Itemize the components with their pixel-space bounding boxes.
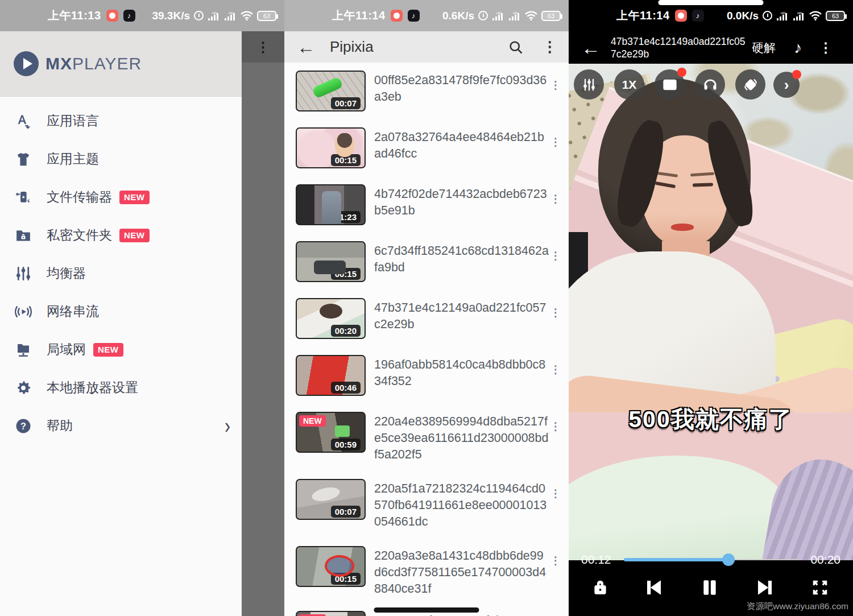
file-browser-screen: 上午11:14 ♪ 0.6K/s HD HD 63 ← Pipixia ⋮ [284, 0, 569, 616]
video-filename: 4b742f02de714432acbdeb6723b5e91b [374, 186, 549, 219]
status-bar: 上午11:14 ♪ 0.6K/s HD HD 63 [284, 0, 569, 31]
row-overflow-icon[interactable]: ⋮ [549, 424, 562, 428]
mx-player-drawer-screen: 上午11:13 ♪ 39.3K/s HD HD 63 MXPLAYER [0, 0, 284, 616]
menu-label: 网络串流 [47, 303, 99, 320]
status-left: 上午11:14 ♪ [616, 8, 704, 23]
video-row[interactable]: 01:23 4b742f02de714432acbdeb6723b5e91b ⋮ [284, 176, 569, 233]
network-speed: 39.3K/s [152, 10, 190, 22]
seek-thumb[interactable] [722, 553, 735, 566]
svg-text:HD: HD [496, 11, 502, 15]
menu-item-lan[interactable]: 局域网 NEW [0, 330, 242, 369]
menu-item-network-stream[interactable]: 网络串流 [0, 292, 242, 330]
screen-record-icon [391, 10, 403, 22]
signal-icon: HD [776, 11, 789, 21]
menu-label: 本地播放器设置 [47, 379, 138, 396]
video-row[interactable]: 00:46 196af0abb5814c0ca4b8dbb0c834f352 ⋮ [284, 347, 569, 404]
video-row[interactable]: 00:07 220a5f1a72182324c119464cd0570fb641… [284, 471, 569, 538]
video-row[interactable]: 00:15 2a078a32764a4ee48464eb21bad46fcc ⋮ [284, 119, 569, 176]
row-overflow-icon[interactable]: ⋮ [549, 83, 562, 87]
face-detail [693, 183, 713, 187]
row-overflow-icon[interactable]: ⋮ [549, 367, 562, 371]
previous-button[interactable] [644, 578, 664, 597]
gesture-bar[interactable] [374, 607, 479, 613]
svg-text:HD: HD [781, 11, 786, 15]
grid-view-icon[interactable] [473, 39, 490, 56]
video-title: 47b371e4c12149a0ad221fc057c2e29b [611, 35, 746, 60]
row-overflow-icon[interactable]: ⋮ [549, 197, 562, 201]
total-time: 00:20 [810, 553, 840, 567]
video-filename: 220a5f1a72182324c119464cd0570fb641911661… [374, 481, 549, 530]
row-overflow-icon[interactable]: ⋮ [549, 311, 562, 315]
row-overflow-icon[interactable]: ⋮ [549, 254, 562, 258]
row-overflow-icon[interactable]: ⋮ [549, 491, 562, 495]
current-time: 00:12 [581, 553, 611, 567]
svg-text:?: ? [20, 421, 26, 431]
wifi-icon [241, 11, 253, 20]
video-filename: 2a078a32764a4ee48464eb21bad46fcc [374, 129, 549, 162]
search-icon[interactable] [507, 39, 524, 56]
face-detail [655, 181, 676, 188]
translate-icon [14, 111, 33, 131]
equalizer-icon [14, 264, 33, 283]
video-row[interactable]: 00:20 47b371e4c12149a0ad221fc057c2e29b ⋮ [284, 290, 569, 347]
notification-dot [677, 68, 686, 77]
pip-button[interactable] [655, 69, 685, 100]
alarm-icon [194, 11, 204, 20]
video-thumbnail: 00:15 [296, 546, 366, 587]
lock-button[interactable] [593, 579, 608, 596]
video-row[interactable]: 00:15 6c7d34ff185241c68cd1318462afa9bd ⋮ [284, 233, 569, 290]
row-overflow-icon[interactable]: ⋮ [549, 140, 562, 144]
row-overflow-icon[interactable]: ⋮ [549, 559, 562, 563]
video-filename: 196af0abb5814c0ca4b8dbb0c834f352 [374, 357, 549, 390]
pause-button[interactable] [701, 578, 719, 597]
face-detail [690, 172, 714, 177]
back-button[interactable]: ← [297, 38, 320, 56]
status-bar: 上午11:13 ♪ 39.3K/s HD HD 63 [0, 0, 284, 31]
alarm-icon [763, 11, 772, 20]
status-right: 0.0K/s HD HD 63 [727, 10, 845, 22]
menu-item-equalizer[interactable]: 均衡器 [0, 254, 242, 292]
playback-speed-button[interactable]: 1X [614, 69, 644, 100]
network-speed: 0.6K/s [442, 10, 474, 22]
video-file-list: 00:07 00ff85e2a831478f9fe7fc093d36a3eb ⋮… [284, 63, 569, 616]
menu-label: 文件传输器 [47, 188, 112, 206]
duration-badge: 00:46 [331, 382, 361, 394]
hw-decode-button[interactable]: 硬解 [752, 40, 776, 56]
overflow-menu-icon[interactable]: ⋮ [541, 39, 558, 56]
more-controls-button[interactable]: › [773, 72, 800, 98]
player-header: ← 47b371e4c12149a0ad221fc057c2e29b 硬解 ♪ … [569, 31, 853, 64]
video-row[interactable]: 00:15 220a9a3e8a1431c48dbb6de99d6cd3f775… [284, 538, 569, 605]
menu-item-private-folder[interactable]: 私密文件夹 NEW [0, 216, 242, 254]
menu-item-local-player-settings[interactable]: 本地播放器设置 [0, 369, 242, 407]
video-frame[interactable]: 500我就不痛了 1X › [569, 64, 853, 560]
lan-icon [14, 340, 33, 359]
dimmed-toolbar: ⋮ [242, 31, 284, 63]
folder-title: Pipixia [330, 38, 374, 56]
svg-text:HD: HD [212, 11, 217, 15]
speed-label: 1X [622, 78, 637, 92]
gesture-bar[interactable] [659, 0, 764, 5]
chevron-right-icon: › [225, 415, 230, 437]
play-logo-icon [14, 51, 39, 76]
overflow-menu-icon[interactable]: ⋮ [819, 40, 833, 56]
clock: 上午11:13 [48, 8, 101, 23]
next-button[interactable] [755, 578, 775, 597]
drawer-scrim[interactable]: ⋮ [242, 31, 284, 616]
duration-badge: 00:20 [331, 325, 361, 337]
menu-item-app-theme[interactable]: 应用主题 [0, 140, 242, 178]
headphones-button[interactable] [695, 69, 725, 100]
menu-item-file-transfer[interactable]: 文件传输器 NEW [0, 178, 242, 216]
back-button[interactable]: ← [581, 38, 611, 57]
clock: 上午11:14 [332, 8, 386, 23]
video-row[interactable]: 00:07 00ff85e2a831478f9fe7fc093d36a3eb ⋮ [284, 63, 569, 119]
toolbar-actions: ⋮ [473, 39, 558, 56]
video-row[interactable]: NEW 00:59 220a4e8389569994d8dba5217fe5ce… [284, 404, 569, 471]
menu-item-app-language[interactable]: 应用语言 [0, 102, 242, 140]
video-subtitle: 500我就不痛了 [569, 404, 853, 435]
seek-bar[interactable] [624, 553, 798, 566]
rotation-lock-button[interactable] [735, 69, 765, 100]
audio-track-icon[interactable]: ♪ [794, 39, 802, 57]
menu-item-help[interactable]: ? 帮助 › [0, 407, 242, 445]
equalizer-button[interactable] [574, 69, 604, 100]
fullscreen-button[interactable] [811, 578, 829, 597]
